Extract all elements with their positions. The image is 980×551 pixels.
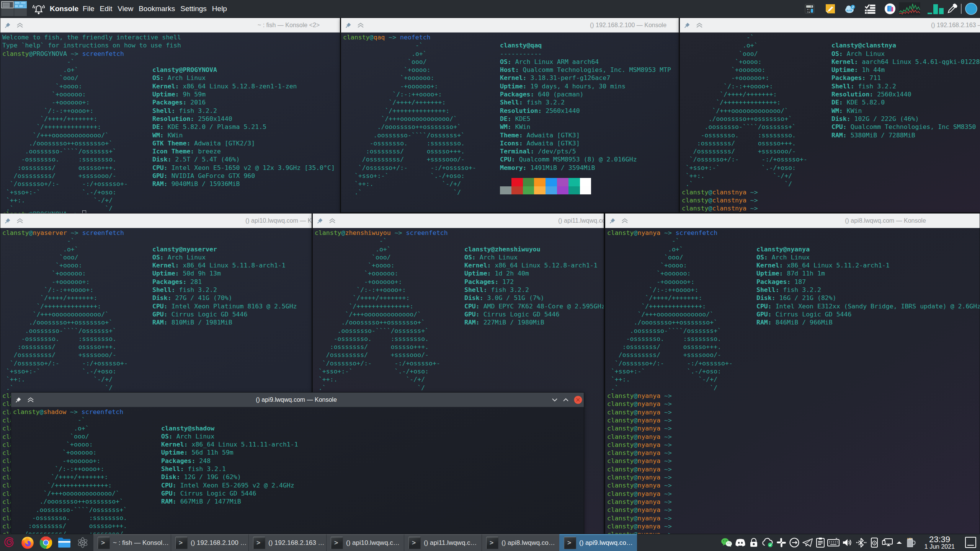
menu-item-file[interactable]: File [80,5,97,13]
tray-bluetooth[interactable] [856,538,867,548]
shade-button[interactable] [27,397,34,403]
task-button-4[interactable]: () api10.lwqwq.c… [326,534,404,551]
menu-app-title[interactable]: Konsole [50,5,78,13]
pin-button[interactable] [4,217,11,224]
tray-todo-checklist[interactable] [864,3,876,14]
blue-circle-indicator-icon [965,2,978,15]
shade-button[interactable] [696,22,703,28]
fetch-info-row: GTK Theme: Adwaita [GTK2/3] [152,139,335,147]
menu-item-settings[interactable]: Settings [178,5,209,13]
tray-keyboard[interactable] [827,538,840,547]
tray-chevron-up-expand[interactable] [895,540,903,545]
window-titlebar[interactable]: () api10.lwqwq.com — Ko [0,214,312,228]
task-button-6[interactable]: () api8.lwqwq.co… [482,534,559,551]
tray-volume[interactable] [842,538,853,548]
chrome-icon [39,536,53,549]
tray-display-connect[interactable] [882,538,893,548]
terminal-content[interactable]: -` .o+` `ooo/ `+oooo: `+oooooo: -+oooooo… [680,33,980,212]
tray-blue-circle-indicator[interactable] [965,2,978,15]
task-button-5[interactable]: () api11.lwqwq.c… [404,534,482,551]
shade-button[interactable] [328,218,336,224]
launcher-chrome[interactable] [37,534,55,551]
tray-telegram[interactable] [802,538,813,548]
launcher-firefox[interactable] [18,534,37,551]
menu-item-edit[interactable]: Edit [97,5,115,13]
fetch-info-row: Uptime: 50d 9h 13m [152,269,297,277]
terminal-content[interactable]: clansty@nyanya ~> screenfetch -` .o+` `o… [605,228,980,534]
tray-padlock-headset[interactable] [748,537,759,548]
tray-reader-app[interactable] [884,3,896,15]
pin-button[interactable] [317,217,323,224]
top-panel: KonsoleFileEditViewBookmarksSettingsHelp… [0,0,980,18]
pager-desktop-1[interactable] [1,1,14,8]
pin-button[interactable] [684,22,691,29]
tray-wechat[interactable] [721,538,732,548]
tray-slack[interactable] [776,537,787,548]
terminal-content[interactable]: clansty@qaq ~> neofetch -` .o+` `ooo/ `+… [341,33,679,212]
tray-circle-arrows[interactable] [789,537,800,548]
shade-button[interactable] [621,218,629,224]
task-button-7[interactable]: () api9.lwqwq.co… [559,534,637,551]
menu-item-help[interactable]: Help [209,5,230,13]
fetch-info-row: RAM: 227MiB / 1980MiB [464,318,604,326]
window-titlebar[interactable]: () api8.lwqwq.com — Konsole [605,214,980,228]
shade-button[interactable] [357,22,364,28]
window-titlebar[interactable]: ~ : fish — Konsole <2> [0,18,340,33]
tray-calculator[interactable]: 0+-÷× [805,4,815,14]
tray-trash-full[interactable] [905,536,917,549]
launcher-file-manager[interactable] [55,534,74,551]
virtual-desktop-pager[interactable] [1,1,27,16]
fetch-info-row: Packages: 640 (pacman) [500,90,671,98]
fetch-info-row: OS: Arch Linux [152,74,335,82]
window-title: () 192.168.2.100 — Konsole [590,18,666,33]
menu-item-view[interactable]: View [115,5,136,13]
shade-button[interactable] [16,22,24,28]
tray-color-picker[interactable] [947,3,957,14]
pin-button[interactable] [609,217,616,224]
launcher-debian-swirl[interactable] [0,534,18,551]
show-desktop-button[interactable] [965,537,976,548]
terminal-prompt-line: clansty@nyanya ~> [607,408,672,416]
window-title: () api10.lwqwq.com — Ko [245,214,312,228]
tray-discord[interactable] [735,538,746,547]
tray-system-monitor-graph[interactable] [899,2,920,15]
tray-sticky-note[interactable] [825,3,836,14]
tray-clipboard[interactable] [816,537,825,548]
tray-aria2-download[interactable]: 2Aria [844,4,856,14]
pin-button[interactable] [345,22,352,29]
tray-disk-usage-bars[interactable] [927,2,944,16]
pin-button[interactable] [4,22,11,29]
window-titlebar[interactable]: () api9.lwqwq.com — Konsole [11,393,584,407]
close-button[interactable] [573,395,583,404]
shade-button[interactable] [16,218,24,224]
keep-above-button[interactable] [562,398,569,402]
launcher-electron-atom[interactable] [74,534,92,551]
terminal-line: clansty@PROGYNOVA ~> screenfetch [2,50,124,58]
terminal-content[interactable]: clansty@shadow ~> screenfetch -` .o+` `o… [11,407,584,534]
digital-clock[interactable]: 23:39 1 Jun 2021 [924,535,955,550]
task-button-2[interactable]: () 192.168.2.100 … [171,534,248,551]
shade-down-button[interactable] [551,398,558,402]
notifications-bell-icon [32,3,45,16]
task-button-1[interactable]: ~ : fish — Konsol… [93,534,171,551]
tray-kdeconnect-phone[interactable] [869,537,879,548]
fetch-info-row: RAM: 810MiB / 1981MiB [152,318,297,326]
slack-icon [776,537,787,548]
tray-cloud-sync[interactable] [761,538,774,548]
pager-desktop-2-current[interactable] [14,1,27,8]
chevron-up-expand-icon [895,540,903,545]
svg-text:÷×: ÷× [807,11,810,14]
terminal-content[interactable]: Welcome to fish, the friendly interactiv… [0,33,340,214]
fetch-info-row: Shell: fish 3.2.2 [464,286,604,294]
pager-desktop-4[interactable] [14,9,27,16]
pager-desktop-3[interactable] [1,9,14,16]
window-titlebar[interactable]: () 192.168.2.100 — Konsole [341,18,679,33]
window-titlebar[interactable]: () api11.lwqwq.co [313,214,604,228]
pin-button[interactable] [15,396,22,403]
window-titlebar[interactable]: () 192.168.2.163 — [680,18,980,33]
notifications-bell-icon[interactable] [32,3,44,15]
fetch-title: clansty@nyanya [756,245,980,253]
aria2-download-icon: 2Aria [844,4,856,14]
task-button-3[interactable]: () 192.168.2.163 … [248,534,326,551]
menu-item-bookmarks[interactable]: Bookmarks [136,5,178,13]
